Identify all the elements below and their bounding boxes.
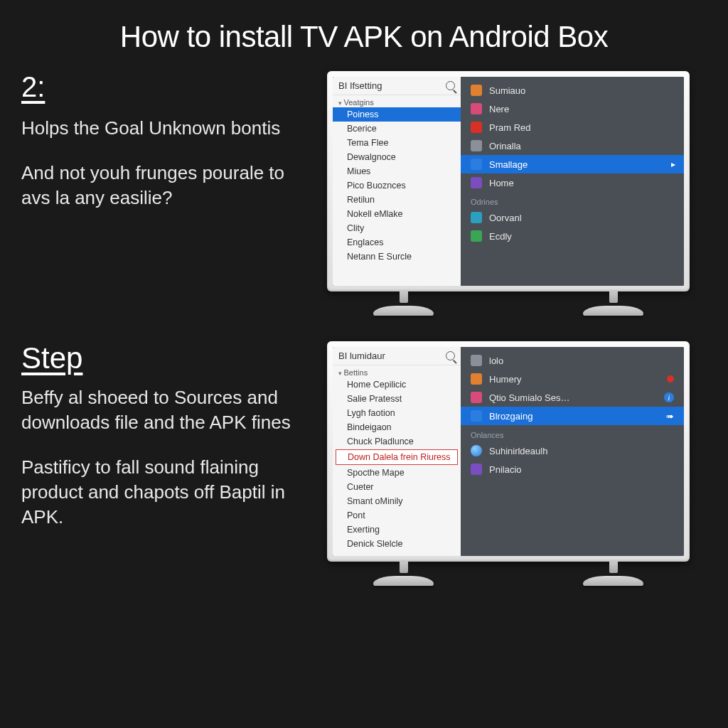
content-item[interactable]: Pram Red	[461, 118, 684, 136]
sidebar-item[interactable]: Spocthe Mape	[333, 466, 461, 480]
tv1-content-list2: OorvanlEcdly	[461, 208, 684, 245]
tv-leg	[373, 291, 434, 316]
tv2-content: loloHumeryQtio Sumialo Ses…iBlrozgaing➠ …	[461, 347, 684, 556]
tv-leg	[583, 562, 643, 586]
sidebar-item[interactable]: Chuck Pladlunce	[333, 434, 461, 449]
sidebar-item[interactable]: Poiness	[333, 107, 461, 122]
sidebar-item[interactable]: Clity	[333, 221, 461, 235]
content-item-label: Smallage	[489, 159, 528, 170]
step1-number: 2:	[21, 71, 313, 103]
sidebar-item[interactable]: Nokell eMlake	[333, 207, 461, 221]
tv2-sidebar-header: BI lumidaur	[333, 347, 461, 365]
search-icon[interactable]	[446, 351, 455, 360]
content-item[interactable]: Sumiauo	[461, 81, 684, 100]
grey-icon	[471, 140, 482, 151]
pink-icon	[471, 103, 482, 114]
content-item-label: Humery	[489, 374, 522, 385]
search-icon[interactable]	[446, 81, 455, 90]
content-item[interactable]: Home	[461, 173, 684, 192]
tv-leg	[583, 291, 643, 316]
sidebar-item[interactable]: Bcerice	[333, 122, 461, 136]
content-item[interactable]: Humery	[461, 370, 684, 388]
content-item-label: Pnilacio	[489, 464, 522, 475]
step-row-2: Step Beffy al shoeed to Sources and down…	[0, 316, 728, 586]
sidebar-item[interactable]: Bindeigaon	[333, 420, 461, 434]
step1-para2: And not youh frunges pourale to avs la a…	[21, 161, 313, 210]
sidebar-item[interactable]: Netann E Surcle	[333, 250, 461, 264]
orange-icon	[471, 373, 482, 385]
content-item[interactable]: Ecdly	[461, 227, 684, 245]
red-icon	[471, 122, 482, 133]
info-icon[interactable]: i	[664, 392, 674, 402]
content-item[interactable]: Qtio Sumialo Ses…i	[461, 388, 684, 407]
content-item[interactable]: Nere	[461, 100, 684, 118]
step2-para1: Beffy al shoeed to Sources and downloads…	[21, 385, 313, 435]
tv2-section-label: Bettins	[333, 365, 461, 378]
sidebar-item[interactable]: Cueter	[333, 480, 461, 494]
content-item[interactable]: Blrozgaing➠	[461, 407, 684, 425]
blue-icon	[471, 410, 482, 422]
step2-para2: Pastificy to fall sound flaining product…	[21, 455, 313, 530]
tv2-sidebar-title: BI lumidaur	[338, 350, 441, 361]
content-item[interactable]: Oorvanl	[461, 208, 684, 227]
content-item[interactable]: Suhinirldeaulh	[461, 441, 684, 460]
status-dot-icon	[667, 375, 674, 382]
content-item-label: Nere	[489, 104, 509, 114]
tv2-sidebar: BI lumidaur Bettins Home CepilicicSalie …	[333, 347, 461, 556]
content-item-label: lolo	[489, 355, 503, 366]
sidebar-item[interactable]: Salie Pratesst	[333, 392, 461, 406]
tv2-content-list2: SuhinirldeaulhPnilacio	[461, 441, 684, 478]
sidebar-item[interactable]: Pont	[333, 508, 461, 523]
tv1-category: Odrines	[461, 192, 684, 208]
sidebar-item[interactable]: Down Dalela frein Riuress	[336, 449, 458, 465]
sidebar-item[interactable]: Smant oMinily	[333, 494, 461, 508]
content-item-label: Home	[489, 178, 514, 188]
purple-icon	[471, 464, 482, 475]
blue-icon	[471, 159, 482, 170]
step-row-1: 2: Holps the Goal Unknown bontis And not…	[0, 63, 728, 316]
step1-para1: Holps the Goal Unknown bontis	[21, 116, 313, 141]
tv2-content-list: loloHumeryQtio Sumialo Ses…iBlrozgaing➠	[461, 351, 684, 425]
content-item-label: Pram Red	[489, 122, 531, 133]
tv-stand	[327, 562, 690, 586]
step2-heading: Step	[21, 341, 313, 375]
step2-text: Step Beffy al shoeed to Sources and down…	[21, 341, 327, 550]
pink-icon	[471, 392, 482, 403]
content-item[interactable]: Pnilacio	[461, 460, 684, 478]
tv1-section-label: Veatgins	[333, 95, 461, 107]
orange-icon	[471, 85, 482, 96]
step1-text: 2: Holps the Goal Unknown bontis And not…	[21, 71, 327, 230]
content-item[interactable]: Orinalla	[461, 136, 684, 155]
sidebar-item[interactable]: Exerting	[333, 523, 461, 537]
sidebar-item[interactable]: Lygh faotion	[333, 406, 461, 420]
tv1-sidebar-title: BI Ifsetting	[338, 80, 441, 91]
tv-monitor-1: BI Ifsetting Veatgins PoinessBcericeTema…	[327, 71, 690, 316]
tv1-content-list: SumiauoNerePram RedOrinallaSmallageHome	[461, 81, 684, 192]
content-item[interactable]: lolo	[461, 351, 684, 370]
content-item-label: Sumiauo	[489, 85, 525, 96]
content-item-label: Ecdly	[489, 231, 512, 242]
tv1-sidebar: BI Ifsetting Veatgins PoinessBcericeTema…	[333, 77, 461, 286]
content-item-label: Oorvanl	[489, 213, 522, 223]
tv2-category: Onlances	[461, 425, 684, 441]
sidebar-item[interactable]: Tema Flee	[333, 136, 461, 150]
content-item[interactable]: Smallage	[461, 155, 684, 173]
page-title: How to install TV APK on Android Box	[0, 0, 728, 63]
tv1-sidebar-header: BI Ifsetting	[333, 77, 461, 95]
sidebar-item[interactable]: Home Cepilicic	[333, 378, 461, 392]
sidebar-item[interactable]: Retilun	[333, 193, 461, 207]
sidebar-item[interactable]: Miues	[333, 164, 461, 178]
sidebar-item[interactable]: Pico Buoznces	[333, 178, 461, 193]
content-item-label: Qtio Sumialo Ses…	[489, 392, 569, 403]
chevron-right-icon: ➠	[666, 411, 674, 422]
tv1-content: SumiauoNerePram RedOrinallaSmallageHome …	[461, 77, 684, 286]
grey-icon	[471, 355, 482, 366]
cyan-icon	[471, 212, 482, 223]
sidebar-item[interactable]: Dewalgnoce	[333, 150, 461, 164]
purple-icon	[471, 177, 482, 188]
sidebar-item[interactable]: Englaces	[333, 235, 461, 250]
tv-leg	[373, 562, 434, 586]
tv2-sidebar-list: Home CepilicicSalie PratesstLygh faotion…	[333, 378, 461, 551]
sidebar-item[interactable]: Denick Slelcle	[333, 537, 461, 551]
content-item-label: Blrozgaing	[489, 411, 532, 422]
